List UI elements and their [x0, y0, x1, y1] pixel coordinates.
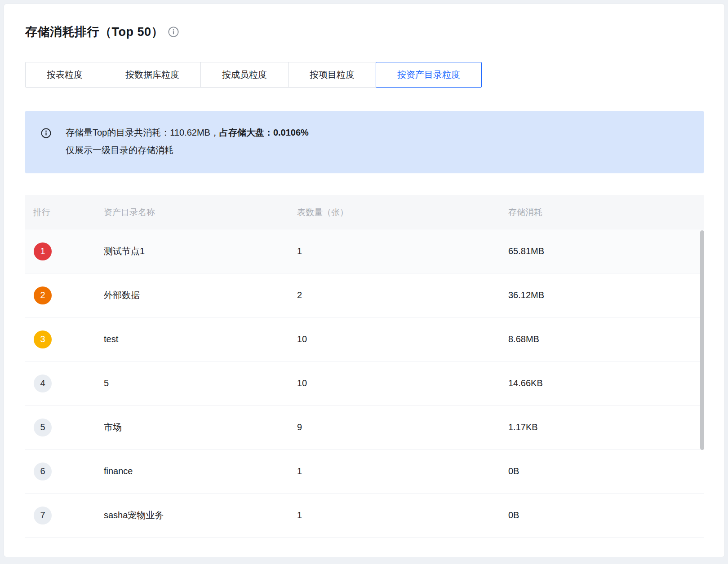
cell-storage: 8.68MB	[508, 334, 704, 344]
banner-line1: 存储量Top的目录共消耗：110.62MB，占存储大盘：0.0106%	[66, 124, 309, 141]
rank-badge: 4	[34, 375, 52, 392]
table-row: 4 5 10 14.66KB	[25, 361, 704, 405]
cell-name: 5	[104, 378, 297, 388]
info-icon[interactable]	[168, 26, 179, 37]
granularity-tabs: 按表粒度 按数据库粒度 按成员粒度 按项目粒度 按资产目录粒度	[25, 62, 482, 88]
banner-line1-bold: 占存储大盘：0.0106%	[219, 128, 309, 137]
rank-badge: 3	[34, 330, 52, 348]
cell-tables: 2	[297, 290, 508, 300]
cell-tables: 10	[297, 378, 508, 388]
page-title: 存储消耗排行（Top 50）	[25, 24, 164, 40]
rank-badge: 7	[34, 507, 52, 524]
vertical-scrollbar-thumb[interactable]	[700, 230, 704, 450]
cell-tables: 1	[297, 466, 508, 476]
cell-tables: 10	[297, 334, 508, 344]
header-name: 资产目录名称	[104, 207, 297, 218]
table-row: 5 市场 9 1.17KB	[25, 405, 704, 449]
rank-badge: 2	[34, 286, 52, 304]
ranking-table: 排行 资产目录名称 表数量（张） 存储消耗 1 测试节点1 1 65.81MB …	[25, 195, 704, 538]
header-rank: 排行	[25, 207, 104, 218]
cell-storage: 1.17KB	[508, 422, 704, 432]
tab-by-table[interactable]: 按表粒度	[25, 62, 104, 88]
cell-name: test	[104, 334, 297, 344]
cell-name: 测试节点1	[104, 245, 297, 257]
banner-text: 存储量Top的目录共消耗：110.62MB，占存储大盘：0.0106% 仅展示一…	[66, 124, 309, 173]
info-banner: 存储量Top的目录共消耗：110.62MB，占存储大盘：0.0106% 仅展示一…	[25, 111, 704, 173]
table-row: 1 测试节点1 1 65.81MB	[25, 229, 704, 273]
cell-storage: 0B	[508, 510, 704, 520]
table-row: 3 test 10 8.68MB	[25, 317, 704, 361]
rank-badge: 5	[34, 419, 52, 436]
rank-badge: 1	[34, 242, 52, 260]
cell-tables: 9	[297, 422, 508, 432]
cell-name: sasha宠物业务	[104, 509, 297, 521]
storage-ranking-card: 存储消耗排行（Top 50） 按表粒度 按数据库粒度 按成员粒度 按项目粒度 按…	[4, 4, 725, 557]
cell-tables: 1	[297, 510, 508, 520]
table-row: 7 sasha宠物业务 1 0B	[25, 494, 704, 538]
tab-by-member[interactable]: 按成员粒度	[200, 62, 289, 88]
cell-name: 市场	[104, 421, 297, 433]
cell-storage: 65.81MB	[508, 246, 704, 256]
tab-by-database[interactable]: 按数据库粒度	[104, 62, 201, 88]
header-tables: 表数量（张）	[297, 207, 508, 218]
banner-line2: 仅展示一级目录的存储消耗	[66, 141, 309, 159]
cell-storage: 0B	[508, 466, 704, 476]
tab-by-asset-catalog[interactable]: 按资产目录粒度	[376, 62, 482, 88]
cell-tables: 1	[297, 246, 508, 256]
table-header-row: 排行 资产目录名称 表数量（张） 存储消耗	[25, 195, 704, 229]
cell-name: 外部数据	[104, 289, 297, 301]
cell-name: finance	[104, 466, 297, 476]
title-row: 存储消耗排行（Top 50）	[25, 24, 179, 40]
tab-by-project[interactable]: 按项目粒度	[288, 62, 376, 88]
cell-storage: 36.12MB	[508, 290, 704, 300]
cell-storage: 14.66KB	[508, 378, 704, 388]
table-row: 6 finance 1 0B	[25, 449, 704, 494]
table-row: 2 外部数据 2 36.12MB	[25, 273, 704, 317]
header-storage: 存储消耗	[508, 207, 704, 218]
rank-badge: 6	[34, 463, 52, 480]
banner-info-icon	[41, 128, 51, 138]
